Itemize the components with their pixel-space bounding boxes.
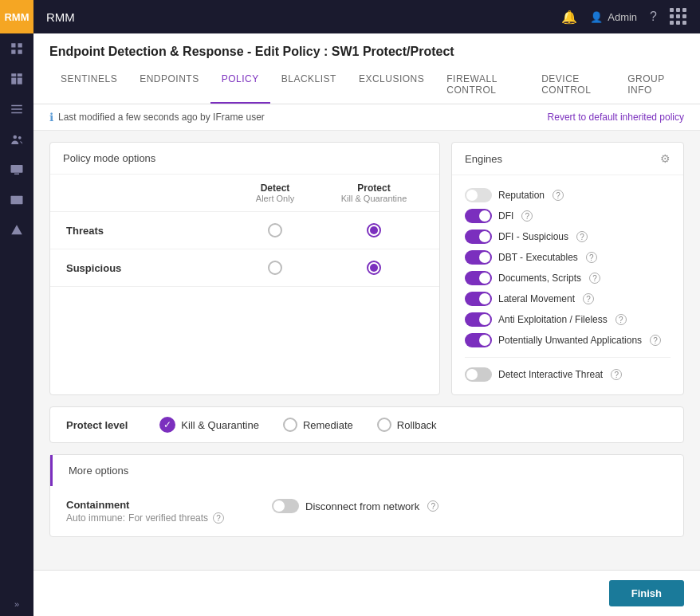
tab-firewall-control[interactable]: FIREWALL CONTROL [435, 67, 530, 104]
dfi-toggle[interactable] [465, 209, 492, 223]
suspicious-detect-radio[interactable] [226, 261, 324, 275]
tab-group-info[interactable]: GROUP INFO [616, 67, 684, 104]
svg-rect-13 [11, 165, 23, 173]
threats-detect-radio-outer[interactable] [268, 223, 282, 237]
tab-policy[interactable]: POLICY [210, 67, 270, 104]
sidebar-icon-users[interactable] [0, 124, 33, 155]
svg-point-12 [18, 136, 22, 139]
engine-lateral-movement-row: Lateral Movement ? [465, 288, 671, 309]
threats-protect-radio[interactable] [324, 223, 423, 237]
policy-detect-header: Detect Alert Only [226, 182, 324, 203]
engine-detect-interactive-row: Detect Interactive Threat ? [465, 364, 671, 385]
suspicious-row: Suspicious [50, 249, 439, 287]
dfi-suspicious-help-icon[interactable]: ? [576, 231, 588, 242]
protect-remediate-option[interactable]: Remediate [283, 418, 353, 432]
rollback-label: Rollback [397, 419, 437, 431]
threats-row: Threats [50, 212, 439, 249]
engines-gear-icon[interactable]: ⚙ [660, 152, 671, 165]
detect-interactive-toggle[interactable] [465, 367, 492, 382]
user-avatar-icon: 👤 [590, 11, 603, 23]
detect-label: Detect [226, 182, 324, 194]
tab-blacklist[interactable]: BLACKLIST [270, 67, 348, 104]
engines-title: Engines [465, 153, 502, 165]
pua-help-icon[interactable]: ? [650, 335, 661, 346]
engine-anti-exploitation-row: Anti Exploitation / Fileless ? [465, 309, 671, 330]
auto-immune-label: Auto immune: [66, 512, 125, 524]
pua-toggle[interactable] [465, 333, 492, 347]
sidebar-icon-list[interactable] [0, 94, 33, 124]
policy-mode-panel: Policy mode options Detect Alert Only Pr… [49, 142, 440, 395]
dbt-executables-toggle[interactable] [465, 250, 492, 265]
documents-scripts-help-icon[interactable]: ? [589, 273, 600, 284]
svg-point-11 [14, 135, 18, 139]
lateral-movement-toggle-thumb [479, 293, 490, 304]
dfi-suspicious-toggle[interactable] [465, 230, 492, 244]
anti-exploitation-toggle[interactable] [465, 312, 492, 327]
sidebar-icon-monitor[interactable] [0, 155, 33, 185]
reputation-toggle-thumb [466, 190, 478, 201]
dfi-toggle-thumb [479, 210, 490, 222]
finish-button[interactable]: Finish [609, 580, 684, 606]
tab-device-control[interactable]: DEVICE CONTROL [530, 67, 616, 104]
auto-immune-value: For verified threats [128, 512, 208, 524]
lateral-movement-help-icon[interactable]: ? [583, 293, 594, 304]
svg-rect-0 [11, 43, 15, 47]
engine-dfi-suspicious-row: DFI - Suspicious ? [465, 226, 671, 247]
dbt-executables-help-icon[interactable]: ? [586, 252, 597, 263]
disconnect-network-toggle[interactable] [272, 499, 299, 513]
revert-policy-link[interactable]: Revert to default inherited policy [548, 112, 684, 123]
topbar: RMM 🔔 👤 Admin ? [33, 0, 700, 33]
protect-kill-quarantine-option[interactable]: ✓ Kill & Quarantine [159, 417, 259, 433]
threats-protect-radio-outer[interactable] [367, 223, 381, 237]
apps-grid-icon[interactable] [670, 8, 687, 26]
sidebar-icon-dashboard[interactable] [0, 64, 33, 94]
info-message: Last modified a few seconds ago by IFram… [58, 112, 265, 123]
sidebar-expand-button[interactable]: » [0, 592, 33, 616]
more-options-label: More options [69, 465, 128, 477]
containment-row: Containment Auto immune: For verified th… [66, 499, 667, 524]
sidebar-bottom: » [0, 592, 33, 616]
containment-control: Disconnect from network ? [272, 499, 438, 513]
engines-body: Reputation ? DFI ? [452, 175, 683, 394]
tab-sentinels[interactable]: SENTINELS [49, 67, 128, 104]
policy-mode-title: Policy mode options [63, 152, 155, 164]
anti-exploitation-help-icon[interactable]: ? [615, 314, 627, 325]
auto-immune-help-icon[interactable]: ? [213, 512, 224, 524]
username-label: Admin [608, 11, 637, 23]
engine-reputation-row: Reputation ? [465, 185, 671, 206]
reputation-help-icon[interactable]: ? [553, 190, 564, 201]
bell-icon[interactable]: 🔔 [561, 10, 577, 25]
topbar-right: 🔔 👤 Admin ? [561, 8, 687, 26]
threats-detect-radio[interactable] [226, 223, 324, 237]
dfi-help-icon[interactable]: ? [521, 210, 533, 222]
dfi-suspicious-label: DFI - Suspicious [498, 231, 568, 242]
lateral-movement-toggle[interactable] [465, 292, 492, 306]
svg-rect-8 [11, 105, 22, 107]
tab-endpoints[interactable]: ENDPOINTS [128, 67, 210, 104]
two-column-layout: Policy mode options Detect Alert Only Pr… [49, 142, 684, 395]
disconnect-network-help-icon[interactable]: ? [427, 500, 438, 512]
engine-dfi-row: DFI ? [465, 206, 671, 226]
help-icon[interactable]: ? [650, 10, 657, 24]
sidebar-icon-home[interactable] [0, 33, 33, 64]
detect-interactive-help-icon[interactable]: ? [611, 369, 622, 380]
pua-label: Potentially Unwanted Applications [498, 335, 642, 346]
engine-divider [465, 357, 671, 358]
suspicious-detect-radio-outer[interactable] [268, 261, 282, 275]
tab-exclusions[interactable]: EXCLUSIONS [348, 67, 435, 104]
protect-level-panel: Protect level ✓ Kill & Quarantine Remedi… [49, 406, 684, 443]
protect-rollback-option[interactable]: Rollback [377, 418, 437, 432]
sidebar-icon-alert[interactable] [0, 215, 33, 245]
documents-scripts-toggle[interactable] [465, 271, 492, 285]
reputation-toggle[interactable] [465, 188, 492, 202]
user-menu[interactable]: 👤 Admin [590, 11, 637, 23]
suspicious-protect-radio-outer[interactable] [367, 261, 381, 275]
sidebar-icon-screen[interactable] [0, 185, 33, 215]
containment-label-block: Containment Auto immune: For verified th… [66, 499, 224, 524]
remediate-radio-icon [283, 418, 297, 432]
app-logo[interactable]: RMM [0, 0, 33, 33]
svg-rect-17 [16, 230, 18, 233]
more-options-header: More options [50, 455, 683, 486]
suspicious-protect-radio[interactable] [324, 261, 423, 275]
svg-rect-5 [18, 73, 22, 77]
